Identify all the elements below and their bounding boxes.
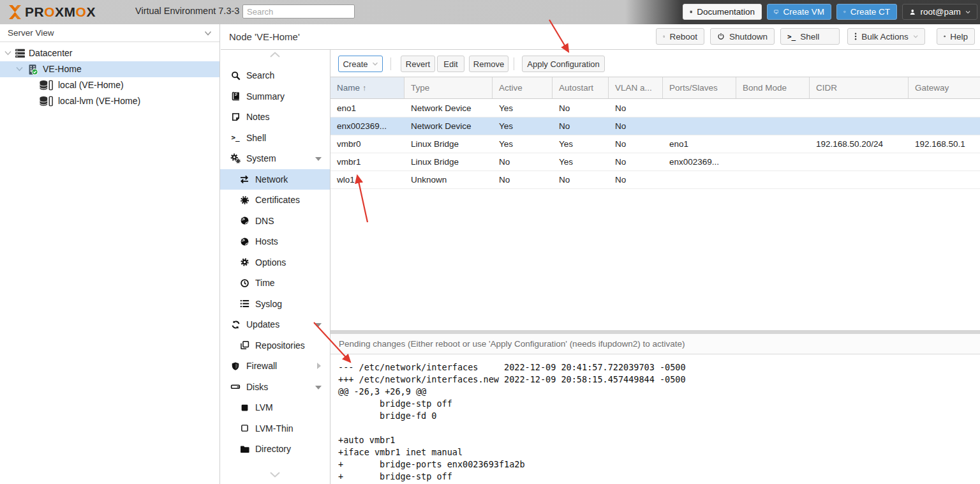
square-filled-icon — [239, 404, 250, 412]
table-row[interactable]: enx002369... Network Device Yes No No — [330, 117, 980, 135]
shield-icon — [230, 361, 241, 371]
proxmox-app: PROXMOX Virtual Environment 7.3-3 Docume… — [0, 0, 980, 484]
gear-icon — [239, 257, 250, 267]
pending-diff-text: --- /etc/network/interfaces 2022-12-09 2… — [338, 361, 686, 483]
tree-item-storage-local[interactable]: local (VE-Home) — [0, 77, 219, 93]
resource-tree-panel: Server View Datacenter — [0, 24, 220, 484]
sidebar-item-time[interactable]: Time — [220, 273, 330, 294]
sidebar-item-network[interactable]: Network — [220, 169, 330, 190]
proxmox-logo: PROXMOX — [6, 4, 96, 20]
view-selector[interactable]: Server View — [0, 24, 219, 42]
create-ct-button[interactable]: Create CT — [836, 4, 897, 20]
refresh-icon — [230, 320, 241, 329]
create-button[interactable]: Create — [338, 56, 383, 72]
shutdown-button[interactable]: Shutdown — [710, 28, 775, 45]
edit-button[interactable]: Edit — [437, 56, 464, 72]
search-input[interactable] — [242, 4, 355, 19]
sidebar-item-hosts[interactable]: Hosts — [220, 231, 330, 252]
table-row[interactable]: wlo1 Unknown No No No — [330, 171, 980, 189]
chevron-expanded-icon[interactable] — [16, 66, 23, 72]
column-header-name[interactable]: Name↑ — [330, 77, 405, 98]
column-header-ports-slaves[interactable]: Ports/Slaves — [663, 77, 736, 98]
sidebar-item-summary[interactable]: Summary — [220, 86, 330, 107]
proxmox-x-icon — [6, 4, 24, 20]
tree-item-ve-home[interactable]: VE-Home — [0, 61, 219, 77]
chevron-down-icon — [965, 10, 970, 15]
sidebar-item-disks[interactable]: Disks — [220, 377, 330, 398]
reboot-button[interactable]: Reboot — [656, 28, 704, 45]
drive-icon — [230, 382, 241, 391]
top-bar: PROXMOX Virtual Environment 7.3-3 Docume… — [0, 0, 980, 24]
column-header-autostart[interactable]: Autostart — [553, 77, 609, 98]
column-header-active[interactable]: Active — [493, 77, 553, 98]
network-panel: Create Revert Edit Remove Apply Configur… — [330, 50, 980, 484]
column-header-type[interactable]: Type — [405, 77, 493, 98]
sidebar-item-search[interactable]: Search — [220, 65, 330, 86]
sidebar-item-syslog[interactable]: Syslog — [220, 294, 330, 315]
sidebar-item-lvm-thin[interactable]: LVM-Thin — [220, 418, 330, 439]
column-header-cidr[interactable]: CIDR — [810, 77, 909, 98]
table-row[interactable]: vmbr0 Linux Bridge Yes Yes No eno1 192.1… — [330, 135, 980, 153]
toolbar-separator — [514, 57, 514, 70]
copy-icon — [239, 340, 250, 350]
cube-icon — [843, 7, 846, 17]
chevron-expanded-icon[interactable] — [4, 50, 11, 56]
revert-button[interactable]: Revert — [401, 56, 435, 72]
column-header-bond-mode[interactable]: Bond Mode — [736, 77, 810, 98]
sidebar-item-updates[interactable]: Updates — [220, 314, 330, 335]
reboot-icon — [663, 32, 665, 41]
bulk-actions-button[interactable]: Bulk Actions — [847, 28, 925, 45]
version-text: Virtual Environment 7.3-3 — [135, 6, 239, 16]
apply-configuration-button[interactable]: Apply Configuration — [522, 56, 605, 72]
sidebar-item-dns[interactable]: DNS — [220, 211, 330, 232]
sidebar-item-notes[interactable]: Notes — [220, 107, 330, 128]
sidebar-item-firewall[interactable]: Firewall — [220, 356, 330, 377]
column-header-gateway[interactable]: Gateway — [909, 77, 980, 98]
sidebar-item-lvm[interactable]: LVM — [220, 397, 330, 418]
globe-icon — [239, 216, 250, 225]
node-header: Node 'VE-Home' Reboot Shutdown >_ Shell — [221, 24, 980, 50]
chevron-down-icon[interactable] — [315, 157, 322, 161]
power-icon — [717, 32, 725, 41]
brand-name: PROXMOX — [25, 4, 96, 20]
terminal-icon: >_ — [787, 33, 796, 41]
pending-changes-header: Pending changes (Either reboot or use 'A… — [330, 334, 980, 354]
toolbar-separator — [390, 57, 391, 70]
scroll-down-icon[interactable] — [220, 471, 330, 478]
sidebar-item-repositories[interactable]: Repositories — [220, 335, 330, 356]
sidebar-item-options[interactable]: Options — [220, 252, 330, 273]
node-menu-sidebar: Search Summary — [220, 50, 330, 484]
table-row[interactable]: eno1 Network Device Yes No No — [330, 100, 980, 117]
chevron-right-icon[interactable] — [317, 363, 321, 369]
shell-button[interactable]: >_ Shell — [780, 28, 840, 45]
book-icon — [690, 7, 692, 17]
clock-icon — [239, 278, 250, 288]
help-icon: ? — [944, 32, 946, 41]
storage-icon — [39, 80, 54, 91]
user-icon — [909, 8, 916, 17]
sidebar-item-certificates[interactable]: Certificates — [220, 190, 330, 211]
book-icon — [230, 91, 241, 101]
tree-item-datacenter[interactable]: Datacenter — [0, 45, 219, 61]
user-menu-button[interactable]: root@pam — [902, 4, 977, 20]
documentation-button[interactable]: Documentation — [683, 4, 762, 20]
help-button[interactable]: ? Help — [937, 28, 975, 45]
chevron-down-icon[interactable] — [315, 386, 322, 389]
scroll-up-icon[interactable] — [220, 51, 330, 58]
remove-button[interactable]: Remove — [469, 56, 509, 72]
page-title: Node 'VE-Home' — [229, 24, 300, 49]
column-header-vlan-aware[interactable]: VLAN a... — [609, 77, 663, 98]
tree-item-storage-local-lvm[interactable]: local-lvm (VE-Home) — [0, 93, 219, 109]
table-row[interactable]: vmbr1 Linux Bridge No Yes No enx002369..… — [330, 153, 980, 171]
search-icon — [230, 71, 241, 80]
monitor-icon — [774, 7, 778, 17]
square-outline-icon — [239, 424, 250, 432]
chevron-down-icon[interactable] — [315, 323, 322, 327]
note-icon — [230, 112, 241, 122]
exchange-icon — [239, 175, 250, 184]
sidebar-item-shell[interactable]: >_ Shell — [220, 128, 330, 149]
sidebar-item-system[interactable]: System — [220, 148, 330, 169]
create-vm-button[interactable]: Create VM — [767, 4, 831, 20]
sidebar-item-directory[interactable]: Directory — [220, 439, 330, 460]
datacenter-icon — [15, 48, 26, 59]
